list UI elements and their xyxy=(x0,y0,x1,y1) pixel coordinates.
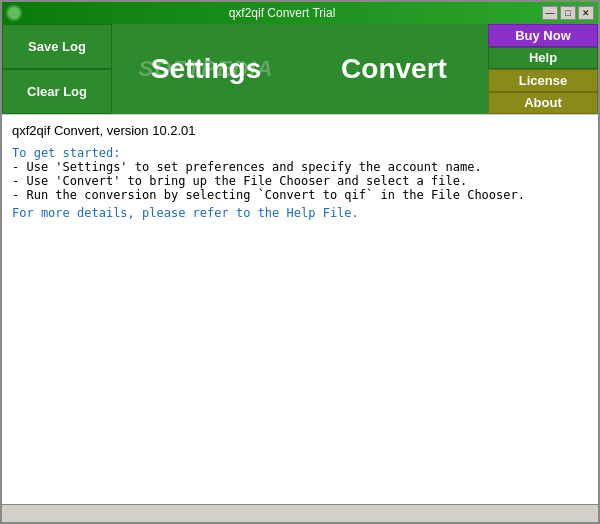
window-title: qxf2qif Convert Trial xyxy=(22,6,542,20)
help-link[interactable]: For more details, please refer to the He… xyxy=(12,206,588,220)
main-window: qxf2qif Convert Trial — □ ✕ Save Log Cle… xyxy=(0,0,600,524)
maximize-button[interactable]: □ xyxy=(560,6,576,20)
window-controls: — □ ✕ xyxy=(542,6,594,20)
instruction-3: - Run the conversion by selecting `Conve… xyxy=(12,188,588,202)
instruction-1: - Use 'Settings' to set preferences and … xyxy=(12,160,588,174)
instruction-2: - Use 'Convert' to bring up the File Cho… xyxy=(12,174,588,188)
help-button[interactable]: Help xyxy=(488,47,598,70)
toolbar-right: Buy Now Help License About xyxy=(488,24,598,114)
toolbar: Save Log Clear Log SOFTPEDIA Settings Co… xyxy=(2,24,598,114)
license-button[interactable]: License xyxy=(488,69,598,92)
content-area: qxf2qif Convert, version 10.2.01 To get … xyxy=(2,114,598,504)
save-log-button[interactable]: Save Log xyxy=(2,24,112,69)
settings-button[interactable]: SOFTPEDIA Settings xyxy=(112,24,300,114)
title-bar: qxf2qif Convert Trial — □ ✕ xyxy=(2,2,598,24)
version-text: qxf2qif Convert, version 10.2.01 xyxy=(12,123,588,138)
app-icon xyxy=(6,5,22,21)
buy-now-button[interactable]: Buy Now xyxy=(488,24,598,47)
to-get-started: To get started: xyxy=(12,146,588,160)
close-button[interactable]: ✕ xyxy=(578,6,594,20)
status-bar xyxy=(2,504,598,522)
convert-button[interactable]: Convert xyxy=(300,24,488,114)
settings-label: Settings xyxy=(151,53,261,85)
convert-label: Convert xyxy=(341,53,447,85)
instructions: To get started: - Use 'Settings' to set … xyxy=(12,146,588,220)
toolbar-left: Save Log Clear Log xyxy=(2,24,112,114)
clear-log-button[interactable]: Clear Log xyxy=(2,69,112,114)
about-button[interactable]: About xyxy=(488,92,598,115)
minimize-button[interactable]: — xyxy=(542,6,558,20)
